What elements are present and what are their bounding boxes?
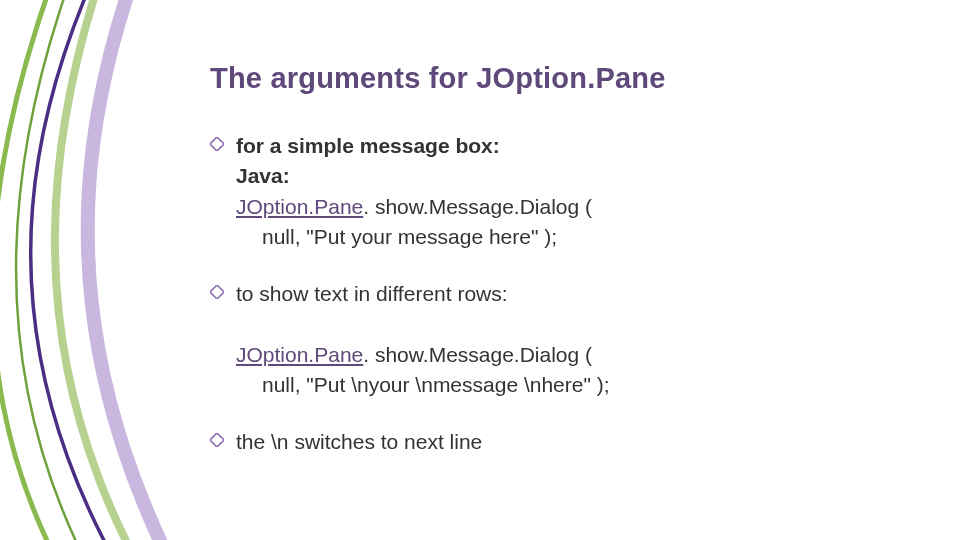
slide: The arguments for JOption.Pane for a sim… xyxy=(0,0,960,540)
bullet-3: the \n switches to next line xyxy=(210,427,900,457)
class-name-1: JOption.Pane xyxy=(236,195,363,218)
bullet-2-line2: JOption.Pane. show.Message.Dialog ( xyxy=(236,340,900,370)
content-area: The arguments for JOption.Pane for a sim… xyxy=(210,62,900,483)
bullet-2-text: to show text in different rows: xyxy=(236,282,508,305)
bullet-2-line3: null, "Put \nyour \nmessage \nhere" ); xyxy=(236,370,900,400)
bullet-1-call: . show.Message.Dialog ( xyxy=(363,195,592,218)
bullet-1-line2: Java: xyxy=(236,161,900,191)
bullet-1: for a simple message box: Java: JOption.… xyxy=(210,131,900,253)
slide-title: The arguments for JOption.Pane xyxy=(210,62,900,95)
bullet-3-text: the \n switches to next line xyxy=(236,430,482,453)
bullet-1-line4: null, "Put your message here" ); xyxy=(236,222,900,252)
bullet-2-call: . show.Message.Dialog ( xyxy=(363,343,592,366)
bullet-list: for a simple message box: Java: JOption.… xyxy=(210,131,900,457)
bullet-2: to show text in different rows: JOption.… xyxy=(210,279,900,401)
class-name-2: JOption.Pane xyxy=(236,343,363,366)
bullet-1-lead: for a simple message box: xyxy=(236,134,500,157)
bullet-1-line3: JOption.Pane. show.Message.Dialog ( xyxy=(236,192,900,222)
